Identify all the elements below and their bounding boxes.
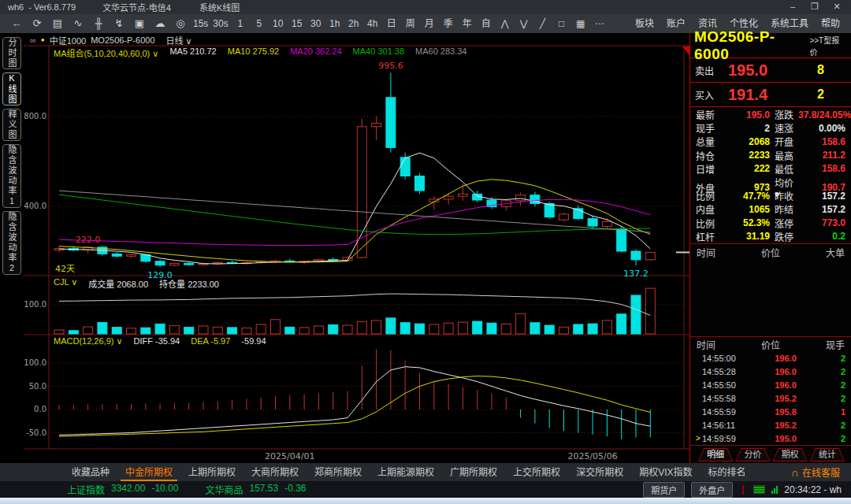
candle[interactable] <box>516 195 526 201</box>
period-button[interactable]: 1h <box>325 14 344 33</box>
candle[interactable] <box>645 252 655 259</box>
menu-item[interactable]: 账户 <box>667 14 686 33</box>
period-button[interactable]: 年 <box>458 14 477 33</box>
draw-line-icon[interactable]: ╱ <box>533 14 552 33</box>
exchange-tab[interactable]: 广期所期权 <box>445 464 502 481</box>
candlestick-icon[interactable]: ╫ <box>88 14 109 33</box>
quote-stat-row: 持仓 2233 最高 211.2 <box>690 149 851 162</box>
period-button[interactable]: 1 <box>231 14 250 33</box>
more-icon[interactable]: ⋯ <box>590 14 609 33</box>
tick-row[interactable]: > 14:59:59 195.0 2 <box>690 432 851 445</box>
candle[interactable] <box>400 158 410 176</box>
exchange-tab[interactable]: 上期能源期权 <box>373 464 439 481</box>
quote-stat-row: 日增 222 最低 158.6 <box>690 162 851 176</box>
bid-row[interactable]: 买入 191.4 2 <box>690 83 851 107</box>
candle[interactable] <box>372 124 381 127</box>
candle[interactable] <box>127 254 136 256</box>
candle[interactable] <box>112 254 121 256</box>
tick-row[interactable]: 14:55:00 196.0 2 <box>690 351 851 365</box>
exchange-tab[interactable]: 期权VIX指数 <box>634 464 697 481</box>
candle[interactable] <box>588 219 597 226</box>
period-selector[interactable]: 日线 ∨ <box>166 34 192 46</box>
order-panel-icon[interactable]: ▣ <box>129 14 150 33</box>
expand-down-icon[interactable]: ⋁ <box>515 14 533 33</box>
sidebar-tab[interactable]: 分时图 <box>2 37 21 69</box>
menu-item[interactable]: 帮助 <box>821 14 840 33</box>
candle[interactable] <box>155 261 165 265</box>
period-button[interactable]: 月 <box>420 14 439 33</box>
macd-dropdown[interactable]: MACD(12,26,9) ∨ <box>54 336 123 347</box>
period-button[interactable]: 15s <box>191 14 210 33</box>
period-button[interactable]: 2h <box>344 14 363 33</box>
t-quote-link[interactable]: >>T型报价 <box>809 34 847 57</box>
alert-icon[interactable]: ◎ <box>170 14 191 33</box>
exchange-tab[interactable]: 上交所期权 <box>508 464 565 481</box>
sidebar-tab[interactable]: 隐含波动率1 <box>2 144 21 208</box>
menu-item[interactable]: 板块 <box>635 14 654 33</box>
period-button[interactable]: 10 <box>269 14 288 33</box>
period-button[interactable]: 5 <box>250 14 269 33</box>
refresh-icon[interactable]: ⟳ <box>27 14 47 33</box>
wenhua-commodity-quote[interactable]: 文华商品 157.53 -0.36 <box>205 483 306 496</box>
sh-index-quote[interactable]: 上证指数 3342.00 -10.00 <box>67 483 178 496</box>
sidebar-tab[interactable]: 隐含波动率2 <box>2 211 21 275</box>
period-button[interactable]: 15 <box>288 14 307 33</box>
close-button[interactable]: ✕ <box>826 0 848 14</box>
volume-bar <box>645 288 655 334</box>
candle[interactable] <box>631 251 641 260</box>
candle[interactable] <box>559 214 569 220</box>
tick-row[interactable]: 14:55:58 195.2 2 <box>690 391 851 405</box>
futures-account-button[interactable]: 期货户 <box>643 482 685 498</box>
maximize-button[interactable]: ❒ <box>804 0 826 14</box>
period-button[interactable]: 周 <box>401 14 420 33</box>
candle[interactable] <box>184 263 194 265</box>
cloud-icon[interactable]: ☁ <box>150 14 170 33</box>
tick-row[interactable]: 14:55:50 196.0 2 <box>690 378 851 391</box>
tick-row[interactable]: 14:55:28 196.0 2 <box>690 365 851 378</box>
exchange-tab[interactable]: 大商所期权 <box>247 464 303 481</box>
exchange-tab[interactable]: 中金所期权 <box>121 464 177 481</box>
period-button[interactable]: 自 <box>477 14 496 33</box>
tick-row[interactable]: 14:55:59 195.8 1 <box>690 405 851 418</box>
candle[interactable] <box>415 176 425 191</box>
period-button[interactable]: 日 <box>382 14 401 33</box>
collapse-up-icon[interactable]: ⋀ <box>496 14 515 33</box>
layout-icon[interactable]: ▦ <box>571 14 590 33</box>
candle[interactable] <box>544 204 554 217</box>
quote-panel-tab[interactable]: 期权 <box>773 448 808 461</box>
exchange-tab[interactable]: 上期所期权 <box>184 464 240 481</box>
exchange-tab[interactable]: 标的排名 <box>703 464 750 481</box>
exchange-tab[interactable]: 郑商所期权 <box>310 464 366 481</box>
cjl-dropdown[interactable]: CJL ∨ <box>54 277 77 288</box>
back-icon[interactable]: ← <box>6 14 27 33</box>
trend-line-icon[interactable]: ∿ <box>68 14 88 33</box>
sidebar-tab[interactable]: K线图 <box>2 72 21 106</box>
period-button[interactable]: 4h <box>363 14 382 33</box>
candle[interactable] <box>444 196 453 199</box>
quote-table-icon[interactable]: ▤ <box>47 14 68 33</box>
market-monitor-icon[interactable] <box>753 485 765 494</box>
period-button[interactable]: 30 <box>307 14 325 33</box>
sidebar-tab[interactable]: 释义图 <box>2 109 21 141</box>
minimize-button[interactable]: – <box>782 0 804 14</box>
candle[interactable] <box>602 221 611 226</box>
quote-panel-tab[interactable]: 统计 <box>810 448 845 461</box>
rect-tool-icon[interactable]: □ <box>552 14 571 33</box>
foreign-account-button[interactable]: 外盘户 <box>691 482 733 498</box>
link-icon[interactable]: ∞ <box>30 35 36 45</box>
period-button[interactable]: 30s <box>210 14 230 33</box>
quote-panel-tab[interactable]: 分价 <box>735 448 770 461</box>
candle[interactable] <box>169 263 179 265</box>
ma-combo-dropdown[interactable]: MA组合(5,10,20,40,60,0) ∨ <box>54 46 158 57</box>
quote-panel-tab[interactable]: 明细 <box>698 448 733 461</box>
candle[interactable] <box>386 98 396 148</box>
kline-chart[interactable]: 800.0400.01100.0100.050.00.0-50.0222.012… <box>24 33 689 463</box>
tick-row[interactable]: 14:56:11 195.2 2 <box>690 418 851 432</box>
exchange-tab[interactable]: 收藏品种 <box>67 464 114 481</box>
period-button[interactable]: 季 <box>439 14 458 33</box>
candle[interactable] <box>617 229 626 252</box>
online-service-link[interactable]: ∩ 在线客服 <box>791 465 840 479</box>
indicator-icon[interactable]: ↯ <box>109 14 129 33</box>
candle[interactable] <box>458 194 467 196</box>
exchange-tab[interactable]: 深交所期权 <box>571 464 628 481</box>
